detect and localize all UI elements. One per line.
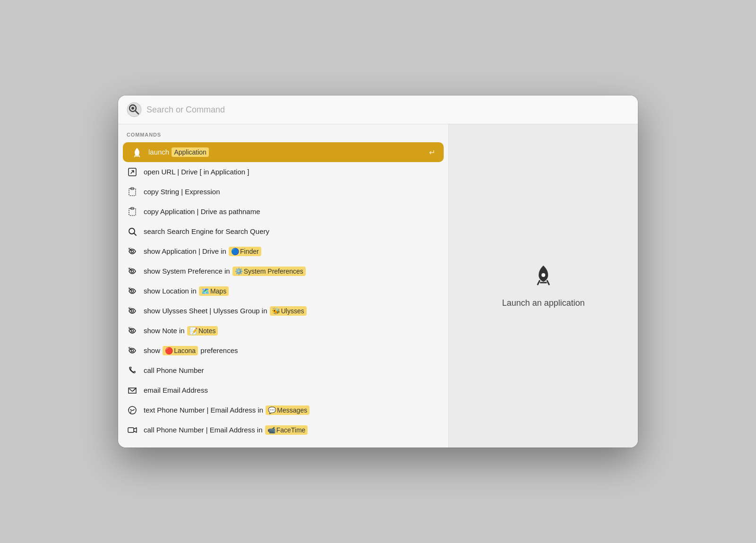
text-plain: show Note in bbox=[144, 327, 187, 335]
command-item-call-phone[interactable]: call Phone Number bbox=[118, 361, 448, 380]
command-text-email: email Email Address bbox=[144, 386, 440, 395]
text-plain: show System Preference in bbox=[144, 267, 232, 275]
command-item-show-lacona[interactable]: show 🔴Lacona preferences bbox=[118, 341, 448, 361]
command-text-show-ulysses: show Ulysses Sheet | Ulysses Group in 🐝U… bbox=[144, 306, 440, 316]
command-item-call-facetime[interactable]: call Phone Number | Email Address in 📹Fa… bbox=[118, 420, 448, 440]
message-icon bbox=[127, 405, 138, 416]
enter-icon: ↵ bbox=[429, 148, 435, 157]
command-text-call-facetime: call Phone Number | Email Address in 📹Fa… bbox=[144, 425, 440, 435]
text-plain: text Phone Number | Email Address in bbox=[144, 406, 265, 414]
command-text-launch: launch Application bbox=[148, 147, 423, 157]
text-plain: open URL | Drive [ in Application ] bbox=[144, 168, 249, 176]
rocket-icon bbox=[131, 147, 143, 158]
tag-notes: 📝Notes bbox=[187, 326, 218, 336]
tag-finder: 🔵Finder bbox=[229, 247, 261, 256]
detail-icon bbox=[532, 264, 555, 291]
command-item-copy-application[interactable]: copy Application | Drive as pathname bbox=[118, 202, 448, 222]
tag-emoji: 🔵 bbox=[231, 247, 239, 256]
command-text-text-messages: text Phone Number | Email Address in 💬Me… bbox=[144, 405, 440, 415]
command-item-open-url[interactable]: open URL | Drive [ in Application ] bbox=[118, 162, 448, 182]
command-item-email[interactable]: email Email Address bbox=[118, 380, 448, 400]
main-content: COMMANDS launch Application↵open URL | D… bbox=[118, 124, 638, 448]
commands-panel: COMMANDS launch Application↵open URL | D… bbox=[118, 124, 449, 448]
text-plain: launch bbox=[148, 148, 171, 156]
svg-point-16 bbox=[131, 290, 134, 293]
text-plain: copy String | Expression bbox=[144, 188, 220, 196]
email-icon bbox=[127, 385, 138, 396]
tag-messages: 💬Messages bbox=[266, 405, 309, 415]
tag-system-preferences: ⚙️System Preferences bbox=[232, 267, 306, 276]
text-plain: search Search Engine for Search Query bbox=[144, 227, 269, 235]
text-plain: call Phone Number bbox=[144, 366, 204, 374]
svg-line-11 bbox=[134, 233, 137, 236]
show-icon bbox=[127, 325, 138, 336]
command-item-show-syspref[interactable]: show System Preference in ⚙️System Prefe… bbox=[118, 261, 448, 281]
clipboard-icon bbox=[127, 206, 138, 217]
svg-point-4 bbox=[136, 152, 138, 154]
command-item-show-maps[interactable]: show Location in 🗺️Maps bbox=[118, 281, 448, 301]
text-plain: show Application | Drive in bbox=[144, 247, 228, 255]
command-item-show-ulysses[interactable]: show Ulysses Sheet | Ulysses Group in 🐝U… bbox=[118, 301, 448, 321]
command-text-show-lacona: show 🔴Lacona preferences bbox=[144, 346, 440, 355]
tag-emoji: 🗺️ bbox=[201, 287, 209, 295]
phone-icon bbox=[127, 365, 138, 376]
show-icon bbox=[127, 305, 138, 317]
svg-point-22 bbox=[131, 350, 134, 352]
command-text-show-maps: show Location in 🗺️Maps bbox=[144, 286, 440, 296]
tag-application: Application bbox=[172, 147, 209, 157]
tag-emoji: 🐝 bbox=[272, 307, 280, 315]
tag-lacona: 🔴Lacona bbox=[163, 346, 198, 355]
tag-facetime: 📹FaceTime bbox=[265, 425, 308, 435]
command-item-search-engine[interactable]: search Search Engine for Search Query bbox=[118, 222, 448, 241]
tag-ulysses: 🐝Ulysses bbox=[270, 306, 307, 316]
tag-emoji: 📹 bbox=[267, 426, 275, 434]
detail-label: Launch an application bbox=[502, 298, 584, 308]
command-text-open-url: open URL | Drive [ in Application ] bbox=[144, 167, 440, 177]
detail-panel: Launch an application bbox=[449, 124, 638, 448]
search-bar bbox=[118, 95, 638, 124]
command-item-text-messages[interactable]: text Phone Number | Email Address in 💬Me… bbox=[118, 400, 448, 420]
svg-point-12 bbox=[131, 250, 134, 253]
command-text-call-phone: call Phone Number bbox=[144, 366, 440, 375]
text-plain: show Location in bbox=[144, 287, 198, 295]
tag-emoji: 🔴 bbox=[165, 346, 173, 355]
svg-point-3 bbox=[131, 107, 134, 110]
show-icon bbox=[127, 266, 138, 277]
command-text-show-syspref: show System Preference in ⚙️System Prefe… bbox=[144, 267, 440, 276]
command-text-copy-string: copy String | Expression bbox=[144, 187, 440, 197]
tag-emoji: 💬 bbox=[268, 406, 276, 414]
text-plain: email Email Address bbox=[144, 386, 208, 394]
clipboard-icon bbox=[127, 186, 138, 198]
search-icon bbox=[127, 226, 138, 237]
link-icon bbox=[127, 166, 138, 178]
svg-point-14 bbox=[131, 270, 134, 273]
command-text-search-engine: search Search Engine for Search Query bbox=[144, 227, 440, 236]
command-text-show-notes: show Note in 📝Notes bbox=[144, 326, 440, 336]
command-item-launch[interactable]: launch Application↵ bbox=[123, 142, 444, 162]
svg-rect-25 bbox=[128, 428, 134, 432]
video-icon bbox=[127, 424, 138, 436]
tag-emoji: 📝 bbox=[189, 327, 198, 335]
command-item-show-notes[interactable]: show Note in 📝Notes bbox=[118, 321, 448, 341]
svg-point-18 bbox=[131, 310, 134, 312]
show-icon bbox=[127, 345, 138, 356]
svg-point-26 bbox=[541, 273, 545, 277]
text-plain: call Phone Number | Email Address in bbox=[144, 426, 265, 434]
svg-point-20 bbox=[131, 330, 134, 332]
app-logo bbox=[127, 102, 142, 117]
text-plain: show Ulysses Sheet | Ulysses Group in bbox=[144, 307, 269, 315]
command-item-show-finder[interactable]: show Application | Drive in 🔵Finder bbox=[118, 241, 448, 261]
command-item-copy-string[interactable]: copy String | Expression bbox=[118, 182, 448, 202]
tag-emoji: ⚙️ bbox=[235, 267, 243, 276]
show-icon bbox=[127, 285, 138, 297]
show-icon bbox=[127, 246, 138, 257]
text-plain: copy Application | Drive as pathname bbox=[144, 207, 260, 215]
app-window: COMMANDS launch Application↵open URL | D… bbox=[118, 95, 638, 448]
text-plain: preferences bbox=[198, 346, 238, 354]
tag-maps: 🗺️Maps bbox=[199, 286, 229, 296]
section-label: COMMANDS bbox=[118, 132, 448, 142]
search-input[interactable] bbox=[146, 105, 629, 115]
text-plain: show bbox=[144, 346, 162, 354]
command-text-copy-application: copy Application | Drive as pathname bbox=[144, 207, 440, 216]
command-text-show-finder: show Application | Drive in 🔵Finder bbox=[144, 247, 440, 256]
